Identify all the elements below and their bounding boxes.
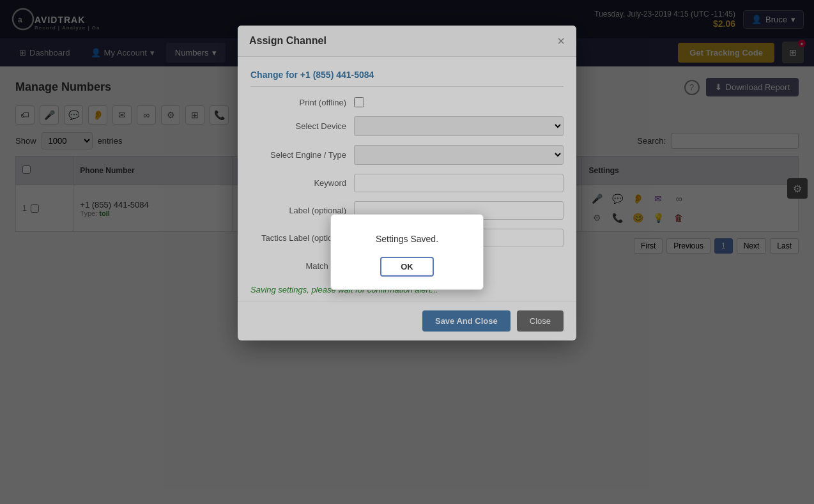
confirm-dialog-message: Settings Saved. — [357, 234, 457, 244]
confirm-dialog-overlay: Settings Saved. OK — [0, 0, 814, 504]
confirm-dialog: Settings Saved. OK — [330, 214, 484, 290]
confirm-ok-button[interactable]: OK — [380, 257, 434, 277]
